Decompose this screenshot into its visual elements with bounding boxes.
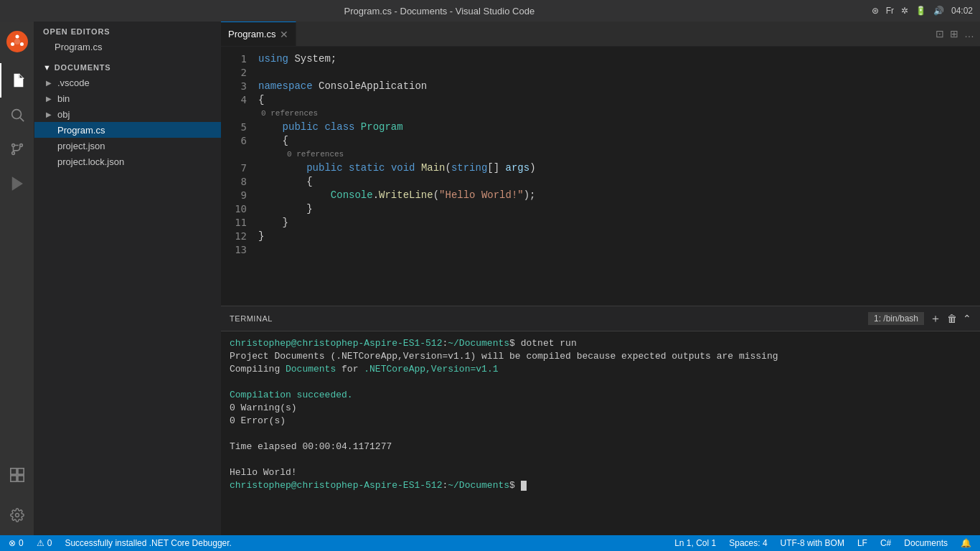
svg-rect-12 (17, 468, 23, 474)
warning-count: 0 (47, 538, 52, 548)
tab-close-button[interactable]: ✕ (280, 29, 288, 40)
terminal-cursor (521, 481, 527, 491)
code-line-12: } (258, 230, 980, 243)
tab-actions: ⊡ ⊞ … (936, 22, 980, 46)
svg-marker-10 (12, 178, 22, 190)
code-line-3: namespace ConsoleApplication (258, 80, 980, 93)
terminal-hello-world: Hello World! (230, 466, 971, 479)
editor-area: Program.cs ✕ ⊡ ⊞ … 1 2 3 4 · 5 6 · 7 8 (221, 22, 980, 535)
code-line-8: { (258, 175, 980, 189)
tree-item-program-cs[interactable]: Program.cs (34, 122, 221, 138)
svg-point-2 (15, 35, 19, 39)
terminal-add-button[interactable]: ＋ (930, 311, 941, 326)
status-language[interactable]: C# (877, 538, 894, 548)
svg-point-7 (11, 144, 14, 147)
svg-rect-14 (17, 476, 23, 481)
code-editor[interactable]: 1 2 3 4 · 5 6 · 7 8 9 10 11 12 13 using … (221, 47, 980, 306)
titlebar: Program.cs - Documents - Visual Studio C… (0, 0, 980, 22)
status-left: ⊗ 0 ⚠ 0 Successfully installed .NET Core… (6, 538, 235, 548)
sidebar-item-extensions[interactable] (0, 458, 34, 492)
tree-item-vscode[interactable]: ▶ .vscode (34, 75, 221, 90)
svg-point-4 (11, 42, 14, 46)
more-actions-icon[interactable]: … (964, 28, 974, 39)
terminal-line-1: christophep@christophep-Aspire-ES1-512:~… (230, 337, 971, 350)
terminal-final-prompt: christophep@christophep-Aspire-ES1-512:~… (230, 479, 971, 492)
code-line-6: { (258, 134, 980, 148)
titlebar-icons: ⊛ Fr ✲ 🔋 🔊 04:02 (872, 6, 973, 16)
terminal-blank-3 (230, 453, 971, 466)
sidebar-item-debug[interactable] (0, 166, 34, 201)
terminal-collapse-icon[interactable]: ⌃ (963, 313, 971, 324)
arrow-icon: ▶ (46, 95, 57, 103)
tree-item-project-json[interactable]: project.json (34, 138, 221, 154)
tree-item-obj[interactable]: ▶ obj (34, 106, 221, 122)
code-line-2 (258, 66, 980, 80)
tab-program-cs[interactable]: Program.cs ✕ (221, 22, 296, 46)
open-editors-header: OPEN EDITORS (34, 22, 221, 39)
status-eol[interactable]: LF (854, 538, 870, 548)
code-line-7: public static void Main(string[] args) (258, 161, 980, 175)
tab-label: Program.cs (228, 29, 275, 39)
status-warnings[interactable]: ⚠ 0 (34, 538, 55, 548)
terminal-trash-icon[interactable]: 🗑 (947, 313, 957, 324)
error-icon: ⊗ (9, 538, 16, 548)
status-folder[interactable]: Documents (901, 538, 951, 548)
svg-point-5 (11, 110, 21, 119)
volume-icon: 🔊 (933, 6, 944, 16)
terminal-body[interactable]: christophep@christophep-Aspire-ES1-512:~… (221, 331, 980, 535)
terminal-controls: 1: /bin/bash ＋ 🗑 ⌃ (868, 311, 971, 326)
status-encoding[interactable]: UTF-8 with BOM (778, 538, 847, 548)
code-line-1: using System; (258, 52, 980, 66)
sidebar: OPEN EDITORS Program.cs ▼ DOCUMENTS ▶ .v… (34, 22, 221, 535)
sidebar-item-explorer[interactable] (0, 63, 34, 98)
status-bell-icon[interactable]: 🔔 (958, 538, 974, 548)
svg-point-1 (14, 39, 20, 44)
tab-bar: Program.cs ✕ ⊡ ⊞ … (221, 22, 980, 47)
svg-point-3 (20, 42, 24, 46)
terminal-title: TERMINAL (230, 314, 868, 323)
terminal-line-2: Project Documents (.NETCoreApp,Version=v… (230, 350, 971, 363)
tree-item-bin[interactable]: ▶ bin (34, 90, 221, 106)
activity-bar (0, 22, 34, 535)
svg-point-15 (15, 514, 19, 517)
sidebar-item-git[interactable] (0, 132, 34, 166)
terminal: TERMINAL 1: /bin/bash ＋ 🗑 ⌃ christophep@… (221, 306, 980, 535)
open-editor-program-cs[interactable]: Program.cs (34, 39, 221, 55)
status-bar: ⊗ 0 ⚠ 0 Successfully installed .NET Core… (0, 535, 980, 551)
titlebar-title: Program.cs - Documents - Visual Studio C… (7, 6, 872, 17)
error-count: 0 (19, 538, 24, 548)
main-layout: OPEN EDITORS Program.cs ▼ DOCUMENTS ▶ .v… (0, 22, 980, 535)
fr-indicator: Fr (886, 6, 894, 16)
status-ln-col[interactable]: Ln 1, Col 1 (672, 538, 719, 548)
terminal-header: TERMINAL 1: /bin/bash ＋ 🗑 ⌃ (221, 306, 980, 331)
terminal-shell-selector[interactable]: 1: /bin/bash (868, 312, 924, 325)
layout-icon[interactable]: ⊞ (950, 28, 958, 39)
wifi-icon: ⊛ (872, 6, 879, 16)
sidebar-item-search[interactable] (0, 98, 34, 132)
bluetooth-icon: ✲ (901, 6, 908, 16)
split-editor-icon[interactable]: ⊡ (936, 28, 944, 39)
line-numbers: 1 2 3 4 · 5 6 · 7 8 9 10 11 12 13 (221, 47, 255, 306)
svg-rect-13 (10, 476, 16, 481)
sidebar-item-settings[interactable] (0, 498, 34, 532)
svg-point-8 (19, 144, 22, 147)
terminal-time-elapsed: Time elapsed 00:00:04.1171277 (230, 441, 971, 453)
arrow-icon: ▶ (46, 79, 57, 87)
tree-item-project-lock-json[interactable]: project.lock.json (34, 154, 221, 169)
svg-point-9 (11, 152, 14, 155)
warning-icon: ⚠ (37, 538, 44, 548)
status-right: Ln 1, Col 1 Spaces: 4 UTF-8 with BOM LF … (672, 538, 974, 548)
terminal-line-3: Compiling Documents for .NETCoreApp,Vers… (230, 363, 971, 376)
terminal-compilation-success: Compilation succeeded. (230, 389, 971, 402)
status-message: Successfully installed .NET Core Debugge… (62, 538, 235, 548)
status-errors[interactable]: ⊗ 0 (6, 538, 27, 548)
terminal-errors: 0 Error(s) (230, 415, 971, 428)
code-content: using System; namespace ConsoleApplicati… (255, 47, 980, 306)
status-spaces[interactable]: Spaces: 4 (726, 538, 770, 548)
code-line-13 (258, 243, 980, 257)
code-line-9: Console.WriteLine("Hello World!"); (258, 189, 980, 202)
terminal-warnings: 0 Warning(s) (230, 402, 971, 415)
battery-icon: 🔋 (915, 6, 926, 16)
ubuntu-logo[interactable] (0, 24, 34, 59)
svg-rect-11 (10, 468, 16, 474)
